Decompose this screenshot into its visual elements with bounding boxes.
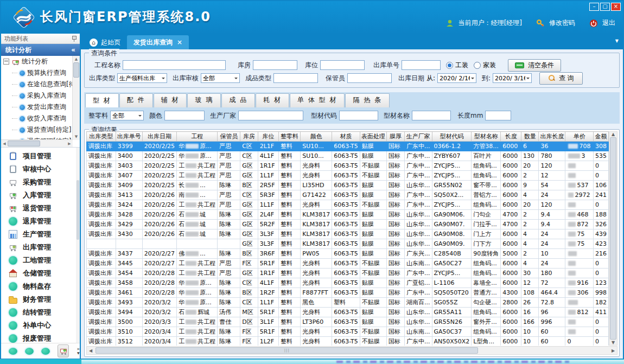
radio-work-install[interactable] bbox=[446, 62, 453, 69]
close-button[interactable]: × bbox=[611, 3, 621, 11]
menu-item-warehouse[interactable]: 仓储管理 bbox=[1, 267, 80, 280]
tab-shipping-outbound-query[interactable]: 发货出库查询 × bbox=[127, 35, 189, 49]
module-dot-icon[interactable] bbox=[41, 348, 50, 355]
scroll-right-icon[interactable]: ▶ bbox=[66, 142, 73, 146]
scroll-down-icon[interactable]: ▼ bbox=[612, 340, 615, 345]
table-row[interactable]: 调拨出库35002020/3/3工共工程曹佳D区3L1F整料LT3P606063… bbox=[87, 317, 609, 327]
keeper-input[interactable] bbox=[347, 73, 392, 83]
menu-item-cart-out[interactable]: 出库管理 bbox=[1, 241, 80, 254]
module-dot-icon[interactable] bbox=[25, 348, 34, 355]
cart-module-button[interactable] bbox=[58, 344, 69, 357]
scroll-thumb[interactable] bbox=[610, 137, 616, 340]
menu-item-cart-return[interactable]: 退货管理 bbox=[1, 202, 80, 215]
scroll-thumb[interactable] bbox=[8, 141, 40, 146]
maximize-button[interactable]: ▢ bbox=[600, 3, 610, 11]
date-from-picker[interactable]: 2020/ 2/16 bbox=[437, 73, 476, 83]
column-header[interactable]: 保管员 bbox=[218, 132, 240, 142]
column-header[interactable]: 膜厚 bbox=[386, 132, 404, 142]
maker-input[interactable] bbox=[238, 111, 303, 120]
tree-item[interactable]: 在途信息查询[待 bbox=[1, 79, 73, 90]
scroll-right-icon[interactable]: ▶ bbox=[609, 348, 617, 353]
color-input[interactable] bbox=[164, 111, 205, 120]
logout-link[interactable]: 退出 bbox=[602, 18, 615, 28]
table-row[interactable]: 调拨出库34452020/2/27工共工程严思F区5R1F整料光身料6063-T… bbox=[87, 259, 609, 269]
column-header[interactable]: 金额 bbox=[593, 132, 608, 142]
table-vertical-scrollbar[interactable]: ▲ ▼ bbox=[609, 131, 617, 346]
pin-icon[interactable] bbox=[71, 35, 77, 42]
scroll-left-icon[interactable]: ◀ bbox=[1, 142, 8, 146]
table-row[interactable]: 调拨出库34542020/2/28工共工程严思G区1R1F整料光身料6063-T… bbox=[87, 269, 609, 278]
project-name-input[interactable] bbox=[123, 60, 226, 70]
column-header[interactable]: 出库长度 bbox=[539, 132, 565, 142]
tab-home[interactable]: ⌂ 起始页 bbox=[83, 35, 127, 49]
menu-item-folder[interactable]: 财务管理 bbox=[1, 293, 80, 306]
column-header[interactable]: 整零料 bbox=[278, 132, 300, 142]
table-row[interactable]: 调拨出库34092020/2/25长...陈琳B区2R5F整料LI35HD606… bbox=[87, 181, 609, 190]
column-header[interactable]: 库房 bbox=[240, 132, 258, 142]
minimize-button[interactable]: – bbox=[589, 3, 599, 11]
column-header[interactable]: 颜色 bbox=[301, 132, 332, 142]
table-horizontal-scrollbar[interactable]: ◀ ||| ▶ bbox=[86, 346, 617, 355]
more-buttons-chevron[interactable]: »▼ bbox=[77, 347, 80, 355]
search-button[interactable]: 查 询 bbox=[539, 72, 583, 85]
table-row[interactable]: 调拨出库34942020/3/2石辉城汤伟M区5R1F整料光身料6063-T5贴… bbox=[87, 308, 609, 317]
material-tab[interactable]: 玻 璃 bbox=[187, 93, 221, 107]
audit-select[interactable]: 全部 bbox=[201, 73, 240, 83]
sidebar-section-header[interactable]: 统计分析 « bbox=[1, 44, 80, 56]
tree-root-node[interactable]: 统计分析 bbox=[1, 56, 73, 67]
scroll-up-icon[interactable]: ▲ bbox=[612, 132, 615, 137]
menu-item-circle[interactable]: 报废管理 bbox=[1, 332, 80, 343]
material-tab[interactable]: 成 品 bbox=[221, 93, 255, 107]
tree-horizontal-scrollbar[interactable]: ◀ ▶ bbox=[1, 139, 73, 147]
menu-scrollbar[interactable] bbox=[76, 148, 80, 343]
whole-part-select[interactable]: 全部 bbox=[110, 111, 144, 120]
menu-item-circle[interactable]: 结转管理 bbox=[1, 306, 80, 319]
column-header[interactable]: 单价 bbox=[565, 132, 593, 142]
tree-item[interactable]: 退货查询[待定] bbox=[1, 124, 73, 136]
scroll-down-icon[interactable]: ▼ bbox=[75, 133, 78, 140]
scroll-left-icon[interactable]: ◀ bbox=[87, 348, 94, 353]
table-row[interactable]: 调拨出库34072020/2/25工共工程严思G区1L1F整料光身料6063-T… bbox=[87, 171, 609, 181]
material-tab[interactable]: 耗 材 bbox=[256, 93, 289, 107]
column-header[interactable]: 工程 bbox=[177, 132, 218, 142]
clear-conditions-button[interactable]: 清空条件 bbox=[508, 59, 561, 72]
module-dot-icon[interactable] bbox=[9, 348, 17, 355]
table-row[interactable]: 调拨出库34372020/2/27佛...陈琳B区3R6F整料PW056063-… bbox=[87, 249, 609, 259]
radio-home-install[interactable] bbox=[474, 62, 481, 69]
column-header[interactable]: 表面处理 bbox=[360, 132, 386, 142]
tab-overflow-icon[interactable]: ▼ bbox=[615, 39, 619, 43]
scroll-thumb[interactable] bbox=[73, 62, 79, 78]
profile-name-input[interactable] bbox=[412, 111, 451, 120]
table-row[interactable]: 调拨出库34282020/2/26石城陈琳G区2L4F整料KLM38176063… bbox=[87, 210, 609, 220]
scroll-up-icon[interactable]: ▲ bbox=[75, 56, 78, 62]
profile-code-input[interactable] bbox=[339, 111, 378, 120]
menu-item-circle[interactable]: 物料盘存 bbox=[1, 280, 80, 293]
column-header[interactable]: 库位 bbox=[258, 132, 278, 142]
tree-expander-icon[interactable] bbox=[3, 59, 9, 65]
table-row[interactable]: 调拨出库34292020/2/26石城陈琳G区5R2F整料KLM38176063… bbox=[87, 220, 609, 229]
tree-item[interactable]: 预算执行查询 bbox=[1, 67, 73, 79]
material-tab[interactable]: 辅 材 bbox=[154, 93, 187, 107]
table-row[interactable]: 调拨出库34582020/2/28华原...陈琳C区4L1F整料光身料6063-… bbox=[87, 278, 609, 288]
table-row[interactable]: 调拨出库34242020/2/26工共工程严思G区1L1F整料光身料6063-T… bbox=[87, 200, 609, 210]
order-no-input[interactable] bbox=[402, 60, 441, 70]
table-row[interactable]: 调拨出库34032020/2/25工共工程严思G区1R1F整料光身料6063-T… bbox=[87, 161, 609, 171]
material-tab[interactable]: 单 体 型 材 bbox=[290, 93, 345, 107]
menu-item-clipboard[interactable]: 项目管理 bbox=[1, 150, 80, 163]
table-row[interactable]: 调拨出库34002020/2/25华原...严思C区4L1F整料SU10...6… bbox=[87, 151, 609, 161]
product-type-input[interactable] bbox=[273, 73, 318, 83]
tree-vertical-scrollbar[interactable]: ▲ ▼ bbox=[72, 56, 80, 140]
table-row[interactable]: 调拨出库34302020/2/26石城陈琳G区3L3F整料KLM38176063… bbox=[87, 229, 609, 239]
change-password-link[interactable]: 修改密码 bbox=[549, 18, 575, 28]
tree-item[interactable]: 采购入库查询 bbox=[1, 90, 73, 101]
out-type-select[interactable]: 生产领料出库 bbox=[117, 73, 167, 83]
menu-item-circle[interactable]: 退库管理 bbox=[1, 215, 80, 228]
column-header[interactable]: 长度 bbox=[501, 132, 521, 142]
column-header[interactable]: 出库日期 bbox=[142, 132, 177, 142]
column-header[interactable]: 出库类型 bbox=[87, 132, 116, 142]
table-row[interactable]: 调拨出库35102020/3/4工共工程陈琳F区5R1F整料光身料6063-T5… bbox=[87, 327, 609, 337]
menu-item-circle[interactable]: 工地管理 bbox=[1, 254, 80, 267]
material-tab[interactable]: 型 材 bbox=[85, 93, 119, 107]
table-row[interactable]: G区3L3F整料KLM38176063-T5贴膜国标山东华...GA90M09.… bbox=[87, 239, 609, 249]
date-to-picker[interactable]: 2020/ 3/16 bbox=[493, 73, 532, 83]
